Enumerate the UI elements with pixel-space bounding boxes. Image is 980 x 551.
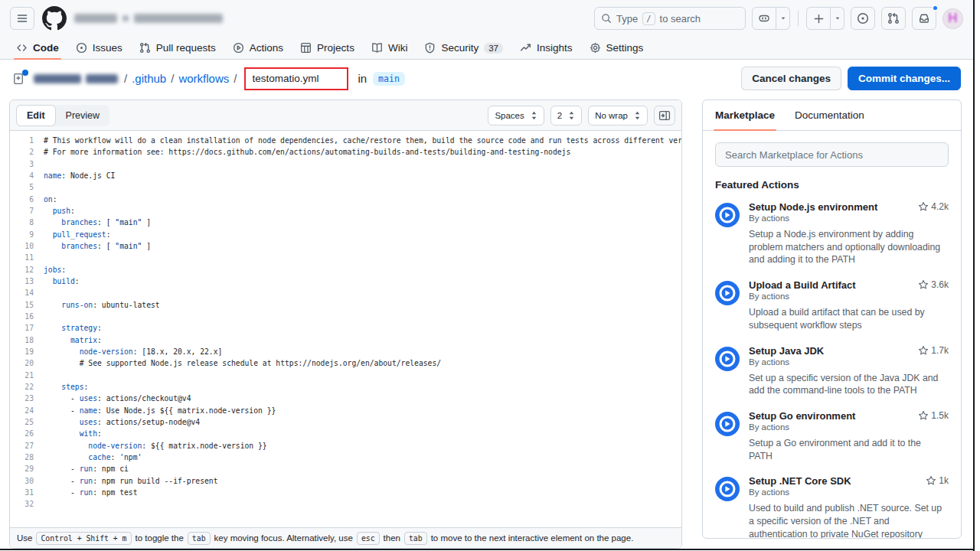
code-line[interactable]: 30 - run: npm run build --if-present xyxy=(10,475,681,487)
code-line-text: push: xyxy=(44,205,75,217)
accessibility-hint-bar: Use Control + Shift + m to toggle the ta… xyxy=(10,527,681,548)
hint-text: to toggle the xyxy=(136,533,184,543)
issue-opened-icon xyxy=(857,12,869,24)
marketplace-action-item[interactable]: Setup Node.js environment 4.2k By action… xyxy=(715,201,949,266)
indent-mode-select[interactable]: Spaces xyxy=(488,106,544,126)
line-number: 14 xyxy=(10,287,44,298)
tab-projects[interactable]: Projects xyxy=(292,37,363,59)
toggle-sidebar-button[interactable] xyxy=(654,106,675,126)
inbox-icon xyxy=(918,12,930,24)
action-title[interactable]: Setup Go environment xyxy=(749,410,918,422)
tab-settings[interactable]: Settings xyxy=(581,37,652,59)
code-line[interactable]: 17 strategy: xyxy=(10,322,681,334)
filename-annotation-highlight xyxy=(244,67,348,90)
marketplace-action-item[interactable]: Setup Java JDK 1.7k By actions Set up a … xyxy=(715,345,949,397)
action-title[interactable]: Upload a Build Artifact xyxy=(749,279,918,291)
filename-input[interactable] xyxy=(246,69,347,89)
copilot-menu-button[interactable] xyxy=(752,7,790,30)
user-avatar[interactable]: H xyxy=(942,8,963,29)
issues-button[interactable] xyxy=(851,7,875,30)
code-line[interactable]: 16 xyxy=(10,311,681,322)
tab-pull-requests[interactable]: Pull requests xyxy=(131,37,224,59)
code-line[interactable]: 20 # See supported Node.js release sched… xyxy=(10,357,681,369)
line-number: 12 xyxy=(10,264,44,276)
code-line[interactable]: 19 node-version: [18.x, 20.x, 22.x] xyxy=(10,346,681,357)
code-line[interactable]: 27 node-version: ${{ matrix.node-version… xyxy=(10,440,681,452)
create-new-button[interactable] xyxy=(806,7,844,30)
code-line[interactable]: 13 build: xyxy=(10,276,681,287)
code-line-text: pull_request: xyxy=(44,229,111,240)
featured-actions-title: Featured Actions xyxy=(715,179,949,191)
code-line[interactable]: 11 xyxy=(10,252,681,263)
github-logo[interactable] xyxy=(42,6,67,31)
tab-label: Security xyxy=(441,42,479,54)
gear-icon xyxy=(590,42,601,54)
marketplace-action-item[interactable]: Setup Go environment 1.5k By actions Set… xyxy=(715,410,949,462)
code-line[interactable]: 1# This workflow will do a clean install… xyxy=(10,135,681,146)
tab-wiki[interactable]: Wiki xyxy=(363,37,416,59)
action-title[interactable]: Setup Java JDK xyxy=(749,345,918,357)
context-breadcrumb-blurred[interactable] xyxy=(74,14,223,23)
tab-security[interactable]: Security 37 xyxy=(416,37,511,59)
code-line[interactable]: 32 xyxy=(10,498,681,510)
action-title[interactable]: Setup .NET Core SDK xyxy=(749,475,926,487)
code-line[interactable]: 8 branches: [ "main" ] xyxy=(10,217,681,228)
action-author: By actions xyxy=(749,292,949,301)
action-title[interactable]: Setup Node.js environment xyxy=(749,201,918,213)
tab-label: Pull requests xyxy=(156,42,216,54)
code-line[interactable]: 7 push: xyxy=(10,205,681,217)
breadcrumb-link-workflows-dir[interactable]: workflows xyxy=(178,72,229,85)
code-line[interactable]: 6on: xyxy=(10,194,681,205)
cancel-changes-button[interactable]: Cancel changes xyxy=(741,67,841,90)
marketplace-action-item[interactable]: Setup .NET Core SDK 1k By actions Used t… xyxy=(715,475,949,539)
branch-badge[interactable]: main xyxy=(373,72,405,86)
pull-requests-button[interactable] xyxy=(881,7,906,30)
code-line[interactable]: 14 xyxy=(10,287,681,298)
tab-marketplace[interactable]: Marketplace xyxy=(715,100,775,130)
search-icon xyxy=(601,13,612,24)
preview-tab[interactable]: Preview xyxy=(56,105,109,126)
code-line[interactable]: 3 xyxy=(10,158,681,170)
breadcrumb-link-github-dir[interactable]: .github xyxy=(132,72,166,85)
repo-owner-blurred[interactable] xyxy=(34,74,118,83)
code-line[interactable]: 25 uses: actions/setup-node@v4 xyxy=(10,416,681,428)
code-line-text: - name: Use Node.js ${{ matrix.node-vers… xyxy=(44,405,276,416)
code-line[interactable]: 12jobs: xyxy=(10,264,681,276)
code-line[interactable]: 2# For more information see: https://doc… xyxy=(10,146,681,158)
code-line[interactable]: 4name: Node.js CI xyxy=(10,170,681,181)
code-line[interactable]: 28 cache: 'npm' xyxy=(10,452,681,463)
tab-documentation[interactable]: Documentation xyxy=(795,100,864,130)
code-line[interactable]: 9 pull_request: xyxy=(10,229,681,240)
code-line-text xyxy=(44,158,48,170)
marketplace-action-item[interactable]: Upload a Build Artifact 3.6k By actions … xyxy=(715,279,949,331)
hamburger-menu-button[interactable] xyxy=(10,7,34,30)
notifications-button[interactable] xyxy=(912,7,936,30)
tab-code[interactable]: Code xyxy=(8,37,67,59)
code-line[interactable]: 26 with: xyxy=(10,428,681,439)
tab-actions[interactable]: Actions xyxy=(224,37,292,59)
code-line[interactable]: 31 - run: npm test xyxy=(10,487,681,498)
indent-size-select[interactable]: 2 xyxy=(550,106,582,126)
wrap-mode-select[interactable]: No wrap xyxy=(588,106,648,126)
code-line[interactable]: 21 xyxy=(10,370,681,381)
code-line[interactable]: 22 steps: xyxy=(10,381,681,393)
code-editor[interactable]: 1# This workflow will do a clean install… xyxy=(10,131,681,527)
commit-changes-button[interactable]: Commit changes... xyxy=(848,67,961,90)
code-line[interactable]: 29 - run: npm ci xyxy=(10,463,681,474)
marketplace-search-input[interactable] xyxy=(715,142,949,167)
global-search-input[interactable]: Type / to search xyxy=(594,7,746,30)
tab-insights[interactable]: Insights xyxy=(511,37,581,59)
featured-actions-list: Setup Node.js environment 4.2k By action… xyxy=(715,201,949,539)
repo-nav-tabs: Code Issues Pull requests Actions Projec… xyxy=(0,37,973,60)
code-line[interactable]: 18 matrix: xyxy=(10,334,681,346)
edit-tab[interactable]: Edit xyxy=(16,105,56,126)
security-count-badge: 37 xyxy=(484,43,503,54)
code-line[interactable]: 5 xyxy=(10,181,681,193)
code-line[interactable]: 10 branches: [ "main" ] xyxy=(10,240,681,252)
hamburger-icon xyxy=(16,12,28,24)
code-line[interactable]: 15 runs-on: ubuntu-latest xyxy=(10,299,681,311)
tab-issues[interactable]: Issues xyxy=(67,37,131,59)
code-line[interactable]: 23 - uses: actions/checkout@v4 xyxy=(10,393,681,404)
line-number: 15 xyxy=(10,299,44,311)
code-line[interactable]: 24 - name: Use Node.js ${{ matrix.node-v… xyxy=(10,405,681,416)
